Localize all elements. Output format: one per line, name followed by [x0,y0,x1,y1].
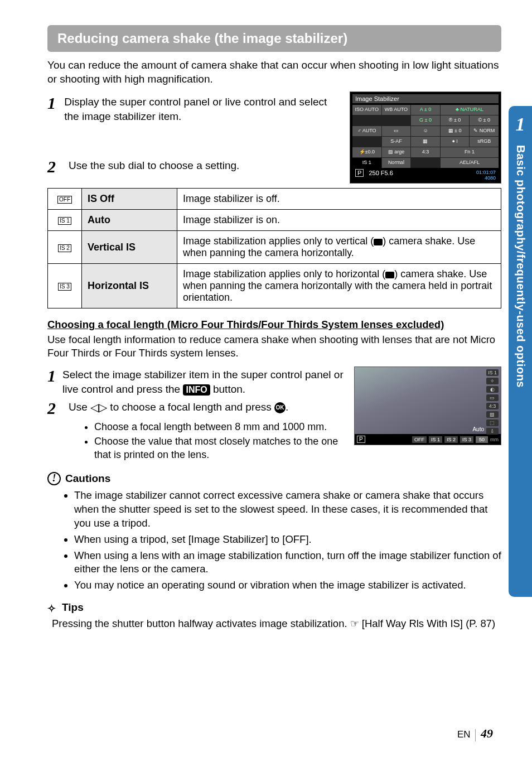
list-item: When using a lens with an image stabiliz… [74,549,501,577]
scp-ev: ⚡±0.0 [352,147,381,157]
scp-saf: S-AF [382,137,411,147]
list-item: You may notice an operating sound or vib… [74,578,501,592]
side-icon-column: IS 1 ✧ ◐ ▭ 4:3 ▧ ⬚ ⇩ [486,369,499,435]
is-name: Auto [82,210,177,231]
sample-photo: IS 1 ✧ ◐ ▭ 4:3 ▧ ⬚ ⇩ Auto [355,367,501,434]
tips-body: Pressing the shutter button halfway acti… [52,617,501,631]
cautions-list: The image stabilizer cannot correct exce… [52,489,501,593]
sub-step-2: 2 Use ◁▷ to choose a focal length and pr… [47,400,345,417]
live-control-bottom: P OFF IS 1 IS 2 IS 3 50 mm [355,434,501,445]
scp-a0: A ± 0 [411,105,440,115]
scp-aperture: F5.6 [381,170,393,176]
scp-large: ▧ arge [382,147,411,157]
is-icon-3: IS 3 [48,264,82,308]
side-icon: ▧ [486,411,499,418]
intro-text: You can reduce the amount of camera shak… [47,59,501,86]
list-item: When using a tripod, set [Image Stabiliz… [74,533,501,547]
is-name: Vertical IS [82,231,177,264]
bulb-icon [47,602,57,613]
tips-heading: Tips [47,601,501,614]
left-right-arrow-icon: ◁▷ [90,401,107,413]
vertical-cam-icon [374,239,383,245]
scp-mic: ● I [441,137,470,147]
scp-g0: G ± 0 [411,115,440,126]
step-number: 2 [47,400,63,417]
side-icon: ▭ [486,394,499,401]
is-desc: Image stabilizer is on. [177,210,501,231]
side-icon: ⇩ [486,428,499,435]
live-control-panel: IS 1 ✧ ◐ ▭ 4:3 ▧ ⬚ ⇩ Auto P OFF IS 1 IS … [354,367,501,445]
scp-title: Image Stabilizer [352,94,499,103]
pointer-icon [350,618,362,629]
mode-indicator: P [357,436,365,443]
auto-label: Auto [472,426,484,432]
focal-length-value: 50 [476,436,488,443]
is-name: IS Off [82,189,177,210]
scp-timer-b: 4080 [485,175,496,181]
chapter-label: Basic photography/frequently-used option… [514,145,527,388]
super-control-panel: Image Stabilizer ISO AUTO WB AUTO A ± 0 … [350,91,501,184]
scp-meter: ▦ ± 0 [441,126,470,136]
scp-normal: Normal [382,158,411,168]
side-icon: 4:3 [486,403,499,409]
chapter-number: 1 [509,106,532,135]
focal-length-unit: mm [490,437,499,442]
info-button-icon: INFO [183,384,210,396]
scp-is-selected: IS 1 [352,158,381,168]
step-number: 2 [47,158,63,175]
chapter-side-tab: 1 Basic photography/frequently-used opti… [509,106,532,597]
scp-flash-auto: ♂ AUTO [352,126,381,136]
lang-label: EN [457,729,471,740]
sub-step-1: 1 Select the image stabilizer item in th… [47,368,345,396]
scp-grid: ISO AUTO WB AUTO A ± 0 ♣ NATURAL G ± 0 ®… [352,105,499,168]
is-icon-1: IS 1 [48,210,82,231]
is-modes-table: OFF IS Off Image stabilizer is off. IS 1… [47,188,501,308]
step-text: Use ◁▷ to choose a focal length and pres… [69,400,288,415]
scp-ael: AEL/AFL [441,158,499,168]
scp-srgb: sRGB [470,137,499,147]
scp-natural: ♣ NATURAL [441,105,499,115]
scp-norm: ✎ NORM [470,126,499,136]
step-number: 1 [47,368,57,384]
list-item: Choose a focal length between 8 mm and 1… [94,420,345,433]
is-option-2: IS 2 [444,436,458,443]
scp-shutter: 250 [369,170,379,176]
scp-c0a: ® ± 0 [441,115,470,126]
scp-mode: P [355,169,364,177]
is-option-off: OFF [412,436,427,443]
scp-wb: WB AUTO [382,105,411,115]
step-text: Display the super control panel or live … [64,95,341,123]
manual-page: Reducing camera shake (the image stabili… [0,0,532,757]
scp-iso: ISO AUTO [352,105,381,115]
scp-grid-cell: ▦ [411,137,440,147]
is-option-3: IS 3 [460,436,473,443]
table-row: OFF IS Off Image stabilizer is off. [48,189,501,210]
step-number: 1 [47,95,59,112]
horizontal-cam-icon [385,272,394,278]
list-item: The image stabilizer cannot correct exce… [74,489,501,531]
page-footer: EN 49 [457,726,493,741]
scp-face: ☺ [411,126,440,136]
caution-icon: ! [47,472,61,485]
scp-c0b: © ± 0 [470,115,499,126]
scp-timer-a: 01:01:07 [476,170,496,175]
is-name: Horizontal IS [82,264,177,308]
table-row: IS 2 Vertical IS Image stabilization app… [48,231,501,264]
sub-bullets: Choose a focal length between 8 mm and 1… [72,420,345,462]
step-2: 2 Use the sub dial to choose a setting. [47,158,341,175]
page-number: 49 [481,726,493,740]
subsection-intro: Use focal length information to reduce c… [47,333,501,360]
scp-fn: Fn 1 [441,147,499,157]
is-desc: Image stabilizer is off. [177,189,501,210]
side-icon: ⬚ [486,420,499,426]
is-icon-2: IS 2 [48,231,82,264]
side-icon: ✧ [486,378,499,384]
side-icon: IS 1 [486,369,499,376]
scp-ratio: 4:3 [411,147,440,157]
is-desc: Image stabilization applies only to hori… [177,264,501,308]
is-option-1: IS 1 [429,436,442,443]
step-text: Select the image stabilizer item in the … [62,368,345,396]
cautions-heading: ! Cautions [47,472,501,485]
step-text: Use the sub dial to choose a setting. [69,158,239,173]
subsection-heading: Choosing a focal length (Micro Four Thir… [47,319,501,331]
